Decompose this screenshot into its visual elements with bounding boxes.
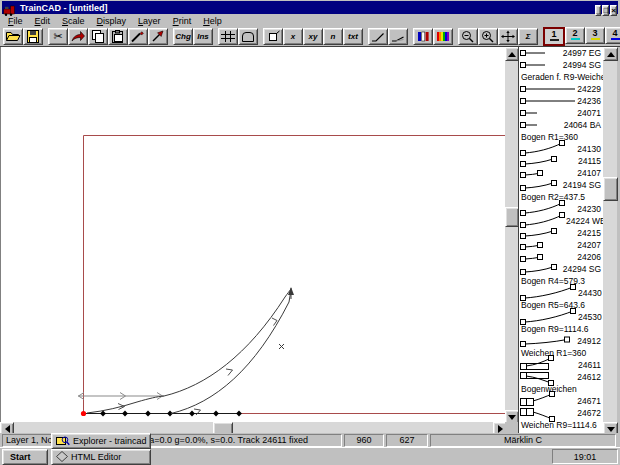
grid-toggle-button[interactable] [218,28,238,45]
straight-track-icon [520,60,546,70]
save-button[interactable] [23,28,43,45]
zoom-in-button[interactable] [478,28,498,45]
height-rainbow-button[interactable] [433,28,453,45]
track-item-number: 24912 [577,336,604,346]
titlebar: TrainCAD - [untitled] _□× [2,1,618,14]
track-item-24207[interactable]: 24207 [519,239,604,251]
scroll-up-icon[interactable] [505,47,519,61]
track-item-number: 24236 [577,96,604,106]
zoom-out-button[interactable] [458,28,478,45]
turnout-curve[interactable] [87,396,164,413]
curve-7-icon [520,239,546,251]
track-item-24215[interactable]: 24215 [519,227,604,239]
layer-2-button[interactable]: 2 [565,27,585,44]
gradient-shallow-button[interactable] [388,28,408,45]
select-pointer-button[interactable] [148,28,168,45]
menu-layer[interactable]: Layer [132,16,167,26]
curve-track-2[interactable] [171,290,291,415]
copy-button[interactable] [88,28,108,45]
start-button[interactable]: Start [2,449,48,465]
track-item-24236[interactable]: 24236 [519,95,604,107]
track-item-24107[interactable]: 24107 [519,167,604,179]
track-item-24912[interactable]: 24912 [519,335,604,347]
track-item-24672[interactable]: 24672 [519,407,604,419]
track-item-24194[interactable]: 24194 SG [519,179,604,191]
maximize-button[interactable]: □ [602,5,609,16]
track-item-24612[interactable]: 24612 [519,371,604,383]
vscroll-thumb[interactable] [505,207,519,227]
start-label: Start [10,452,31,462]
paste-button[interactable] [108,28,128,45]
zoom-in-icon [480,30,496,43]
curve-track-1[interactable] [164,289,291,396]
close-button[interactable]: × [610,5,617,16]
minimize-button[interactable]: _ [595,5,601,16]
straight-track-icon [520,48,546,58]
track-item-24071[interactable]: 24071 [519,107,604,119]
zoom-out-icon [460,30,476,43]
button-label: Ins [197,33,209,41]
gradient-steep-button[interactable] [368,28,388,45]
taskbar-task-explorer[interactable]: Explorer - traincad [51,433,151,449]
menu-display[interactable]: Display [91,16,133,26]
show-txt-button[interactable]: txt [343,28,363,45]
track-item-number: 24206 [577,252,604,262]
toolbar-group [413,28,453,45]
track-item-24115[interactable]: 24115 [519,155,604,167]
taskbar-task-html-editor[interactable]: HTML Editor [51,449,151,465]
track-item-24064[interactable]: 24064 BA [519,119,604,131]
curve-end-arrow [288,287,294,299]
scroll-up-icon[interactable] [603,47,618,61]
taskbar: Start Explorer - traincadHTML EditorTrai… [0,447,620,465]
draw-track-button[interactable] [128,28,148,45]
button-label: 2 [572,28,577,38]
menu-help[interactable]: Help [197,16,228,26]
scissors-icon: ✂ [53,31,62,42]
ne-arrow-icon [150,30,166,43]
change-mode-button[interactable]: Chg [173,28,193,45]
layer-3-button[interactable]: 3 [585,27,605,44]
track-item-24206[interactable]: 24206 [519,251,604,263]
height-bars-button[interactable] [413,28,433,45]
track-item-24530[interactable]: 24530 [519,311,604,323]
canvas-vertical-scrollbar[interactable] [505,47,518,422]
curve-15-icon [520,179,560,191]
show-n-button[interactable]: n [323,28,343,45]
menu-file[interactable]: File [2,16,29,26]
pan-button[interactable] [498,28,518,45]
origin-node[interactable] [81,411,86,416]
status-pos-y: 627 [386,434,428,447]
insert-mode-button[interactable]: Ins [193,28,213,45]
button-label: x [291,33,295,41]
catalog-scrollbar[interactable] [603,47,617,434]
menu-scale[interactable]: Scale [56,16,91,26]
undo-button[interactable] [68,28,88,45]
sum-button[interactable]: Σ [518,28,538,45]
straight-long-track-icon [520,84,576,94]
layer-1-button[interactable]: 1 [543,27,565,46]
track-item-number: 24107 [577,168,604,178]
straight-track[interactable] [83,411,242,417]
track-item-24224[interactable]: 24224 WB [519,215,604,227]
show-xy-button[interactable]: xy [303,28,323,45]
cut-button[interactable]: ✂ [48,28,68,45]
node-marker-toggle-button[interactable] [263,28,283,45]
show-x-button[interactable]: x [283,28,303,45]
toolbar-group: ✂ [48,28,168,45]
catalog-scroll-thumb[interactable] [603,177,618,201]
contour-toggle-button[interactable] [238,28,258,45]
track-plan-canvas[interactable] [0,47,506,422]
track-item-24997[interactable]: 24997 EG [519,47,604,59]
button-label: 4 [612,28,617,38]
layer-4-button[interactable]: 4 [605,27,620,44]
pan-icon [500,30,516,43]
open-button[interactable] [3,28,23,45]
html-editor-icon [56,451,68,462]
track-item-24130[interactable]: 24130 [519,143,604,155]
track-item-24994[interactable]: 24994 SG [519,59,604,71]
menu-edit[interactable]: Edit [29,16,57,26]
track-item-24229[interactable]: 24229 [519,83,604,95]
track-item-24430[interactable]: 24430 [519,287,604,299]
menu-print[interactable]: Print [167,16,198,26]
track-item-24294[interactable]: 24294 SG [519,263,604,275]
